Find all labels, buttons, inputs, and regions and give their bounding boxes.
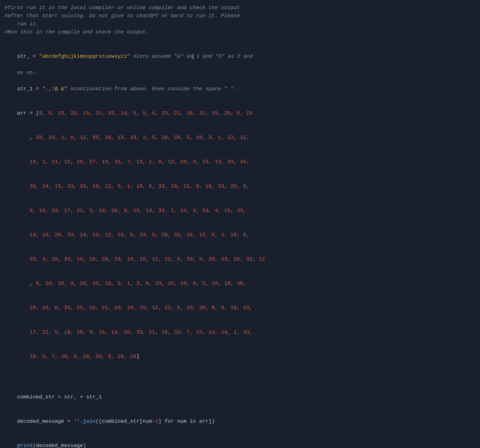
code-editor: #first run it in the local compiler or o…	[5, 4, 475, 448]
arr-line-2: , 33, 13, 1, 9, 12, 33, 20, 15, 33, 2, 5…	[5, 125, 475, 150]
arr-line-3: 19, 1, 21, 12, 28, 27, 13, 31, 7, 13, 1,…	[5, 150, 475, 174]
blank-2	[5, 369, 475, 377]
print-line: print(decoded_message)	[5, 434, 475, 448]
comment-line-1: #first run it in the local compiler or o…	[5, 4, 475, 12]
arr-line-1: arr = [9, 6, 33, 25, 15, 21, 33, 14, 5, …	[5, 101, 475, 125]
str-var: str_	[17, 53, 29, 59]
arr-line-4: 33, 14, 15, 23, 33, 16, 12, 5, 1, 19, 5,…	[5, 174, 475, 198]
str-value: "abcdefghijklmnopqrstuvwxyz1"	[39, 53, 130, 59]
arr-line-5: 9, 19, 33, 17, 21, 5, 19, 20, 9, 15, 14,…	[5, 198, 475, 223]
blank-1	[5, 36, 475, 44]
arr-line-10: 17, 21, 5, 19, 20, 9, 15, 14, 29, 33, 21…	[5, 320, 475, 344]
str-comment: #lets assume "a" as 1 and "b" as 2 and	[130, 53, 253, 59]
comment-line-3: #Run this in the compile and check the o…	[5, 28, 475, 36]
blank-3	[5, 377, 475, 385]
decoded-line: decoded_message = ''.join([combined_str[…	[5, 409, 475, 434]
arr-line-8: , 5, 20, 33, 9, 20, 33, 18, 5, 1, 3, 8, …	[5, 271, 475, 296]
arr-line-11: 18, 5, 7, 18, 5, 20, 33, 9, 20, 28]	[5, 344, 475, 369]
str-line-cont: so on..	[5, 69, 475, 77]
arr-line-7: 33, 4, 15, 33, 14, 15, 20, 33, 19, 15, 1…	[5, 247, 475, 271]
comment-line-2b: run it.	[5, 20, 475, 28]
combined-line: combined_str = str_ + str_1	[5, 385, 475, 409]
arr-line-9: 28, 33, 6, 33, 25, 15, 21, 33, 19, 15, 1…	[5, 296, 475, 320]
str-line: str_ = "abcdefghijklmnopqrstuvwxyz1" #le…	[5, 44, 475, 69]
comment-line-2: #after that start solving. Do not give t…	[5, 12, 475, 20]
arr-line-6: 14, 15, 20, 33, 19, 15, 12, 22, 5, 33, 9…	[5, 223, 475, 247]
str1-line: str_1 = ".,!@ &" #contiunation from abov…	[5, 77, 475, 101]
